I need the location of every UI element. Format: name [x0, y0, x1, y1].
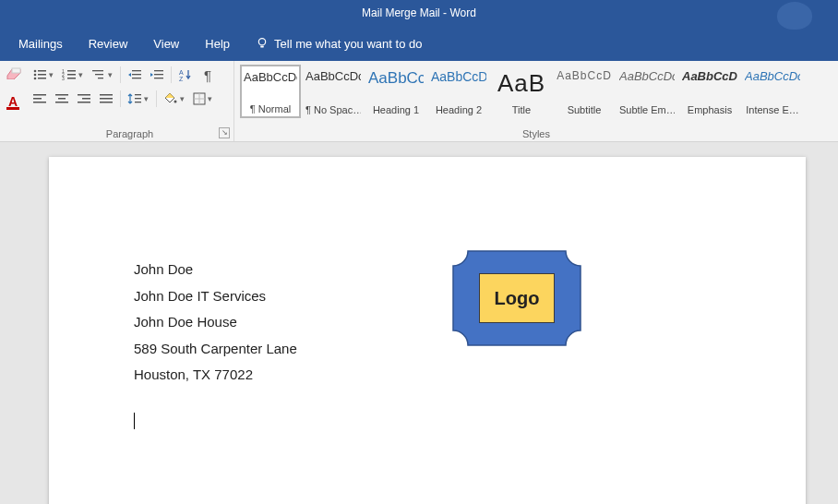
tell-me-label: Tell me what you want to do — [274, 37, 422, 51]
svg-point-7 — [34, 78, 37, 80]
svg-rect-29 — [33, 98, 42, 100]
style-preview: AaBbCcDc — [619, 69, 675, 83]
svg-rect-38 — [100, 98, 113, 100]
svg-rect-41 — [135, 98, 141, 99]
logo-text-box[interactable]: Logo — [479, 273, 555, 323]
doc-line[interactable]: John Doe IT Services — [134, 283, 297, 310]
tab-mailings[interactable]: Mailings — [6, 28, 76, 60]
svg-rect-19 — [132, 74, 141, 75]
increase-indent-button[interactable] — [147, 65, 167, 85]
align-center-button[interactable] — [52, 89, 72, 109]
account-avatar[interactable] — [777, 2, 812, 30]
style-name: Title — [494, 104, 549, 115]
logo-text: Logo — [495, 288, 540, 309]
line-spacing-button[interactable]: ▾ — [125, 89, 152, 109]
style-heading-1[interactable]: AaBbCcHeading 1 — [365, 65, 426, 118]
svg-rect-32 — [58, 98, 66, 100]
svg-rect-34 — [78, 94, 90, 96]
clear-formatting-icon[interactable] — [5, 66, 21, 79]
svg-point-5 — [34, 74, 37, 77]
tab-review[interactable]: Review — [76, 28, 141, 60]
styles-group: AaBbCcDc¶ NormalAaBbCcDc¶ No Spac…AaBbCc… — [234, 61, 838, 141]
sort-button[interactable]: AZ — [175, 65, 196, 85]
ribbon-left-edge: A — [0, 61, 26, 141]
svg-rect-36 — [78, 102, 90, 103]
page[interactable]: John Doe John Doe IT Services John Doe H… — [49, 157, 806, 504]
document-canvas[interactable]: John Doe John Doe IT Services John Doe H… — [0, 142, 838, 504]
lightbulb-icon — [256, 37, 269, 50]
svg-text:A: A — [179, 69, 184, 76]
align-left-button[interactable] — [30, 89, 50, 109]
style-emphasis[interactable]: AaBbCcDcEmphasis — [679, 65, 740, 118]
doc-line[interactable]: John Doe House — [134, 309, 297, 336]
font-color-icon[interactable]: A — [6, 96, 19, 110]
style-intense-e-[interactable]: AaBbCcDcIntense E… — [742, 65, 803, 118]
paragraph-group: ▾ 123▾ ▾ AZ ¶ — [26, 61, 234, 141]
style-subtle-em-[interactable]: AaBbCcDcSubtle Em… — [617, 65, 677, 118]
style--no-spac-[interactable]: AaBbCcDc¶ No Spac… — [303, 65, 364, 118]
svg-rect-2 — [12, 68, 20, 73]
styles-group-label: Styles — [234, 128, 838, 139]
style-name: ¶ No Spac… — [305, 104, 361, 115]
svg-rect-18 — [132, 70, 141, 71]
style-preview: AaBbCc — [368, 69, 424, 88]
svg-point-0 — [258, 39, 265, 45]
tab-help[interactable]: Help — [192, 28, 243, 60]
svg-rect-31 — [55, 94, 68, 96]
style-title[interactable]: AaBTitle — [491, 65, 552, 118]
title-bar: Mail Merge Mail - Word — [0, 0, 838, 26]
doc-line[interactable]: 589 South Carpenter Lane — [134, 336, 297, 363]
svg-rect-35 — [82, 98, 90, 100]
numbering-button[interactable]: 123▾ — [59, 65, 87, 85]
style-preview: AaBbCcDc — [244, 70, 297, 84]
style--normal[interactable]: AaBbCcDc¶ Normal — [240, 65, 301, 118]
multilevel-list-button[interactable]: ▾ — [89, 65, 116, 85]
style-name: Subtitle — [557, 104, 612, 115]
ribbon: A ▾ 123▾ ▾ AZ ¶ — [0, 61, 838, 142]
style-preview: AaBbCcDc — [305, 69, 361, 83]
doc-line[interactable]: Houston, TX 77022 — [134, 362, 297, 389]
style-preview: AaBbCcDc — [682, 69, 737, 83]
svg-rect-4 — [38, 70, 46, 72]
svg-rect-16 — [95, 74, 103, 75]
svg-rect-24 — [154, 78, 163, 78]
borders-button[interactable]: ▾ — [190, 89, 216, 109]
svg-rect-42 — [135, 102, 141, 102]
style-name: ¶ Normal — [244, 103, 297, 114]
svg-rect-37 — [100, 94, 113, 96]
svg-rect-22 — [154, 70, 163, 71]
style-name: Heading 2 — [431, 104, 486, 115]
svg-rect-28 — [33, 94, 46, 96]
paragraph-dialog-launcher[interactable]: ↘ — [219, 127, 230, 138]
style-preview: AaBbCcDc — [745, 69, 800, 83]
show-hide-marks-button[interactable]: ¶ — [198, 65, 218, 85]
style-subtitle[interactable]: AaBbCcDSubtitle — [554, 65, 615, 118]
shading-button[interactable]: ▾ — [161, 89, 188, 109]
style-name: Heading 1 — [368, 104, 424, 115]
style-name: Intense E… — [745, 104, 800, 115]
window-title: Mail Merge Mail - Word — [362, 6, 476, 19]
style-preview: AaBbCcD — [431, 69, 486, 84]
svg-point-43 — [174, 101, 177, 103]
svg-rect-23 — [154, 74, 163, 75]
svg-rect-39 — [100, 102, 113, 103]
justify-button[interactable] — [96, 89, 116, 109]
bullets-button[interactable]: ▾ — [30, 65, 57, 85]
text-cursor — [134, 413, 135, 429]
svg-rect-15 — [92, 70, 103, 71]
logo-shape[interactable]: Logo — [451, 249, 582, 347]
svg-text:Z: Z — [179, 76, 184, 81]
doc-line[interactable]: John Doe — [134, 257, 297, 283]
style-heading-2[interactable]: AaBbCcDHeading 2 — [428, 65, 489, 118]
svg-rect-40 — [135, 94, 141, 95]
tab-view[interactable]: View — [140, 28, 192, 60]
menu-bar: Mailings Review View Help Tell me what y… — [0, 26, 838, 61]
style-preview: AaB — [494, 69, 549, 98]
style-name: Emphasis — [682, 104, 737, 115]
document-body[interactable]: John Doe John Doe IT Services John Doe H… — [134, 257, 297, 429]
decrease-indent-button[interactable] — [125, 65, 145, 85]
align-right-button[interactable] — [74, 89, 94, 109]
tell-me-search[interactable]: Tell me what you want to do — [243, 28, 435, 60]
svg-rect-14 — [67, 78, 76, 79]
svg-marker-21 — [128, 73, 131, 77]
